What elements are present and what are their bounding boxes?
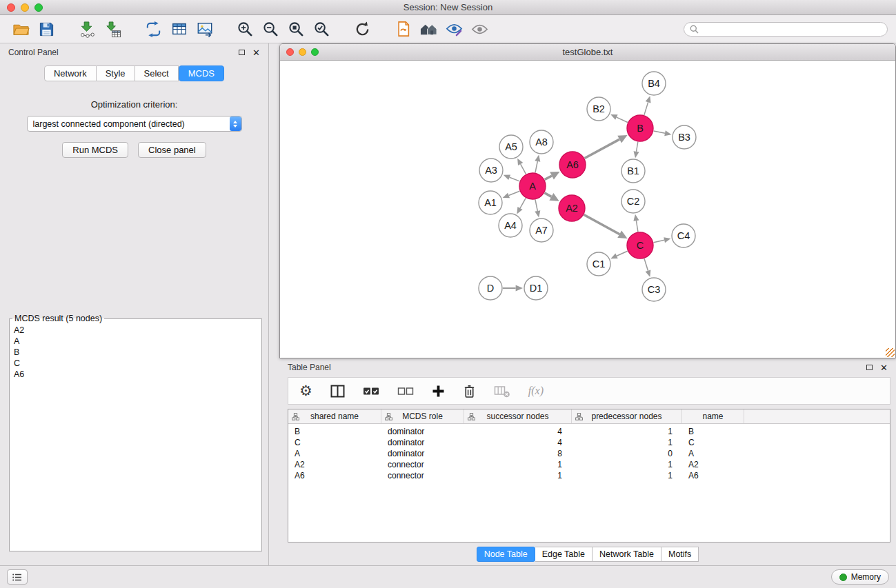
show-columns-button[interactable] [330,385,345,398]
node-label: B [637,123,644,134]
tab-motifs[interactable]: Motifs [661,547,699,562]
edge-B-B1[interactable] [637,142,638,152]
minimize-network-button[interactable] [299,48,306,56]
edge-A2-C[interactable] [584,215,620,234]
float-panel-icon[interactable] [239,50,245,55]
plus-icon [432,385,445,398]
zoom-selected-button[interactable] [309,17,335,41]
minimize-window-button[interactable] [21,3,29,12]
tab-mcds[interactable]: MCDS [179,65,224,81]
tab-style[interactable]: Style [97,65,135,81]
mcds-result-item[interactable]: A6 [14,369,257,380]
graphics-details-button[interactable] [441,17,467,41]
save-session-button[interactable] [34,17,59,41]
close-panel-button[interactable]: Close panel [138,142,206,158]
edge-A-A2[interactable] [544,193,551,197]
memory-button[interactable]: Memory [831,569,889,585]
mcds-result-item[interactable]: A2 [14,325,257,336]
table-row[interactable]: Adominator80A [288,448,890,459]
zoom-network-button[interactable] [311,48,319,56]
edge-A-A5[interactable] [521,164,526,174]
session-snapshot-button[interactable] [390,17,416,41]
column-header-name[interactable]: name [682,409,744,423]
import-table-icon [104,21,121,38]
zoom-window-button[interactable] [34,3,43,12]
table-row[interactable]: Bdominator41B [288,426,890,437]
edge-B-B3[interactable] [654,131,665,133]
column-header-MCDS-role[interactable]: MCDS role [381,409,464,423]
close-panel-icon[interactable]: ✕ [252,48,260,57]
edge-C-C4[interactable] [654,240,665,242]
edge-A6-B[interactable] [585,139,620,158]
tab-select[interactable]: Select [135,65,179,81]
tab-network-table[interactable]: Network Table [593,547,661,562]
network-graph[interactable]: B4B2BB3A5A8A6A3B1AC2A1A2A4A7C4CC1C3DD1 [280,61,895,358]
delete-table-button[interactable] [494,385,510,398]
edge-A-A8[interactable] [535,161,537,172]
mcds-result-item[interactable]: B [14,347,257,358]
edge-A-A7[interactable] [535,200,537,211]
column-header-predecessor-nodes[interactable]: predecessor nodes [572,409,682,423]
close-network-button[interactable] [286,48,294,56]
search-box[interactable] [684,22,888,37]
close-window-button[interactable] [7,3,15,12]
deselect-all-button[interactable] [397,386,414,396]
edge-C-C1[interactable] [617,251,628,256]
edge-A-A4[interactable] [520,198,526,208]
edge-C-C3[interactable] [644,258,648,271]
zoom-fit-button[interactable] [283,17,309,41]
main-toolbar [0,15,896,43]
add-column-button[interactable] [432,385,445,398]
node-label: D [487,283,494,294]
close-table-panel-icon[interactable]: ✕ [880,363,888,372]
import-table-file-button[interactable] [100,17,126,41]
table-cell: dominator [381,438,464,447]
export-image-button[interactable] [192,17,217,41]
float-table-panel-icon[interactable] [866,365,873,370]
home-button[interactable] [416,17,441,41]
apply-function-button[interactable]: f(x) [528,385,544,397]
control-panel-tabs: NetworkStyleSelectMCDS [0,65,268,81]
select-all-icon [363,386,379,396]
edge-C-C2[interactable] [636,221,638,232]
optimization-criterion-select[interactable]: largest connected component (directed) [27,116,242,132]
mcds-result-box: MCDS result (5 nodes) A2ABCA6 [9,314,262,551]
dropdown-stepper-icon [230,116,241,131]
birdseye-view-button[interactable] [467,17,492,41]
mcds-result-item[interactable]: A [14,336,257,347]
delete-column-button[interactable] [463,384,476,398]
zoom-out-button[interactable] [258,17,283,41]
panel-splitter[interactable] [269,43,279,565]
edge-B-B4[interactable] [644,102,648,115]
table-mode-button[interactable]: ⚙ [299,384,312,398]
clone-network-button[interactable] [141,17,166,41]
search-input[interactable] [702,24,882,34]
apply-layout-button[interactable] [350,17,375,41]
delete-table-icon [494,385,510,398]
table-row[interactable]: A2connector11A2 [288,459,890,470]
table-cell: A [682,449,744,458]
network-window-titlebar[interactable]: testGlobe.txt [280,44,895,61]
panel-list-button[interactable] [7,569,28,585]
tab-network[interactable]: Network [44,65,97,81]
tab-node-table[interactable]: Node Table [477,547,535,562]
zoom-in-button[interactable] [232,17,258,41]
tab-edge-table[interactable]: Edge Table [535,547,593,562]
node-label: A [529,181,536,192]
mcds-result-item[interactable]: C [14,358,257,369]
network-canvas[interactable]: B4B2BB3A5A8A6A3B1AC2A1A2A4A7C4CC1C3DD1 [280,61,895,358]
open-session-button[interactable] [8,17,34,41]
column-header-successor-nodes[interactable]: successor nodes [464,409,572,423]
new-network-table-button[interactable] [166,17,192,41]
table-row[interactable]: Cdominator41C [288,437,890,448]
import-network-file-button[interactable] [74,17,100,41]
table-row[interactable]: A6connector11A6 [288,470,890,481]
edge-A-A6[interactable] [545,176,552,180]
select-all-button[interactable] [363,386,379,396]
column-header-shared-name[interactable]: shared name [288,409,381,423]
edge-A-A1[interactable] [509,191,520,195]
resize-grip-icon[interactable] [886,348,895,357]
edge-B-B2[interactable] [617,117,628,122]
edge-A-A3[interactable] [510,177,520,181]
run-mcds-button[interactable]: Run MCDS [62,142,128,158]
